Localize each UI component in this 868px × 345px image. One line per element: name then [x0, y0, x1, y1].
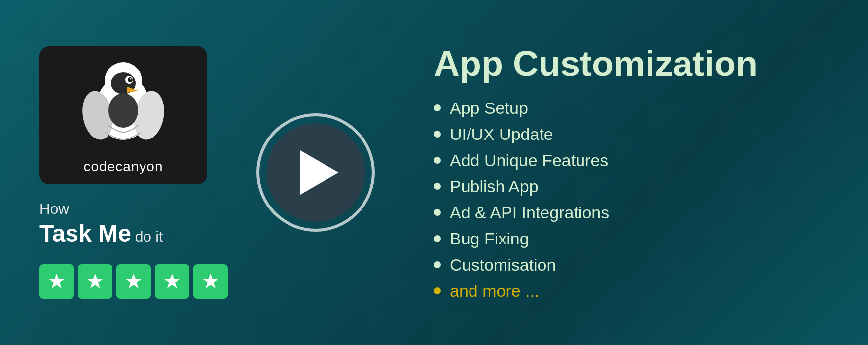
- star-rating: ★ ★ ★ ★ ★: [39, 264, 228, 299]
- middle-section: [247, 113, 385, 232]
- svg-point-9: [108, 93, 138, 128]
- feature-item-7: and more ...: [434, 281, 829, 301]
- star-1: ★: [39, 264, 74, 299]
- feature-item-2: Add Unique Features: [434, 151, 829, 170]
- feature-text-3: Publish App: [450, 177, 539, 196]
- play-button[interactable]: [256, 113, 375, 232]
- feature-item-3: Publish App: [434, 177, 829, 196]
- bullet-icon-0: [434, 104, 441, 111]
- feature-item-4: Ad & API Integrations: [434, 203, 829, 222]
- feature-item-1: UI/UX Update: [434, 125, 829, 144]
- star-2: ★: [78, 264, 112, 299]
- bullet-icon-3: [434, 183, 441, 190]
- left-section: codecanyon How Task Me do it ★ ★ ★ ★ ★: [39, 46, 217, 298]
- svg-point-5: [130, 78, 132, 80]
- star-3: ★: [116, 264, 151, 299]
- bullet-icon-1: [434, 131, 441, 138]
- tagline-brand: Task Me: [39, 220, 131, 246]
- feature-item-6: Customisation: [434, 255, 829, 275]
- right-section: App Customization App SetupUI/UX UpdateA…: [414, 44, 829, 300]
- bullet-icon-5: [434, 235, 441, 242]
- svg-point-4: [128, 77, 133, 82]
- codecanyon-logo: codecanyon: [39, 46, 207, 184]
- feature-text-7: and more ...: [450, 281, 539, 301]
- bullet-icon-6: [434, 261, 441, 268]
- feature-text-1: UI/UX Update: [450, 125, 553, 144]
- bullet-icon-4: [434, 209, 441, 216]
- bullet-icon-7: [434, 287, 441, 294]
- tagline: How Task Me do it: [39, 199, 163, 249]
- main-container: codecanyon How Task Me do it ★ ★ ★ ★ ★ A…: [0, 0, 868, 345]
- star-5: ★: [193, 264, 228, 299]
- feature-text-2: Add Unique Features: [450, 151, 608, 170]
- tagline-how: How: [39, 199, 163, 218]
- feature-item-0: App Setup: [434, 99, 829, 118]
- feature-text-6: Customisation: [450, 255, 556, 275]
- feature-text-5: Bug Fixing: [450, 229, 529, 248]
- feature-list: App SetupUI/UX UpdateAdd Unique Features…: [434, 99, 829, 301]
- feature-text-4: Ad & API Integrations: [450, 203, 609, 222]
- play-button-inner: [266, 123, 365, 222]
- feature-item-5: Bug Fixing: [434, 229, 829, 248]
- play-triangle-icon: [300, 150, 339, 195]
- feature-text-0: App Setup: [450, 99, 528, 118]
- eagle-icon: [74, 51, 173, 150]
- tagline-suffix: do it: [135, 228, 163, 244]
- star-4: ★: [155, 264, 189, 299]
- logo-text: codecanyon: [83, 159, 163, 174]
- page-title: App Customization: [434, 44, 829, 83]
- bullet-icon-2: [434, 157, 441, 164]
